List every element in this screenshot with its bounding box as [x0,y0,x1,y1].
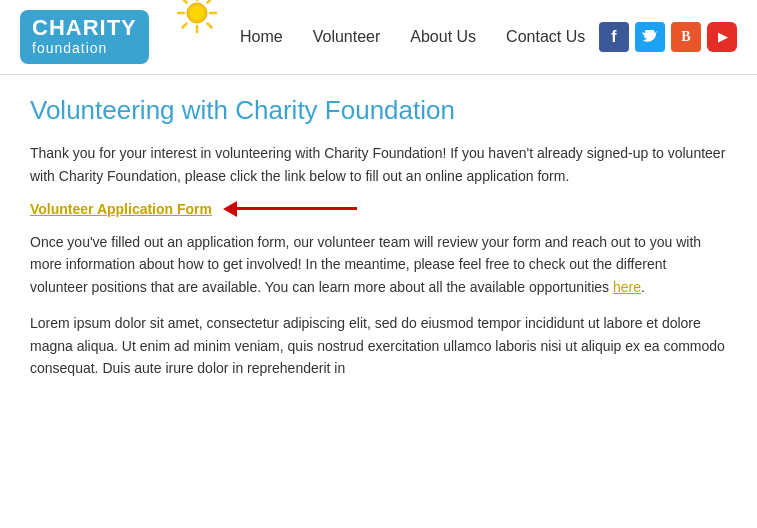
svg-point-9 [190,6,204,20]
nav-about[interactable]: About Us [410,28,476,46]
logo-foundation-text: foundation [32,40,107,56]
youtube-icon[interactable]: ▶ [707,22,737,52]
nav-contact[interactable]: Contact Us [506,28,585,46]
social-icons-group: f B ▶ [599,22,737,52]
logo-area: CHARITY foundation [20,10,200,64]
main-nav: Home Volunteer About Us Contact Us [240,28,599,46]
site-header: CHARITY foundation Home Volunteer About … [0,0,757,75]
body-paragraph-1: Once you've filled out an application fo… [30,231,727,298]
logo-box[interactable]: CHARITY foundation [20,10,149,64]
nav-volunteer[interactable]: Volunteer [313,28,381,46]
arrow-line [237,207,357,210]
twitter-icon[interactable] [635,22,665,52]
body-text-1-after: . [641,279,645,295]
here-link[interactable]: here [613,279,641,295]
arrow-head [223,201,237,217]
volunteer-link-row: Volunteer Application Form [30,201,727,217]
facebook-icon[interactable]: f [599,22,629,52]
sun-icon [176,0,218,34]
svg-line-4 [183,0,187,3]
body-text-1-before: Once you've filled out an application fo… [30,234,701,295]
logo-charity-text: CHARITY [32,16,137,40]
page-title: Volunteering with Charity Foundation [30,95,727,126]
svg-line-5 [208,24,212,28]
main-content: Volunteering with Charity Foundation Tha… [0,75,757,413]
nav-home[interactable]: Home [240,28,283,46]
volunteer-application-link[interactable]: Volunteer Application Form [30,201,212,217]
arrow-indicator [224,201,357,217]
svg-line-6 [208,0,212,3]
svg-line-7 [183,24,187,28]
blogger-icon[interactable]: B [671,22,701,52]
intro-paragraph: Thank you for your interest in volunteer… [30,142,727,187]
body-paragraph-2: Lorem ipsum dolor sit amet, consectetur … [30,312,727,379]
